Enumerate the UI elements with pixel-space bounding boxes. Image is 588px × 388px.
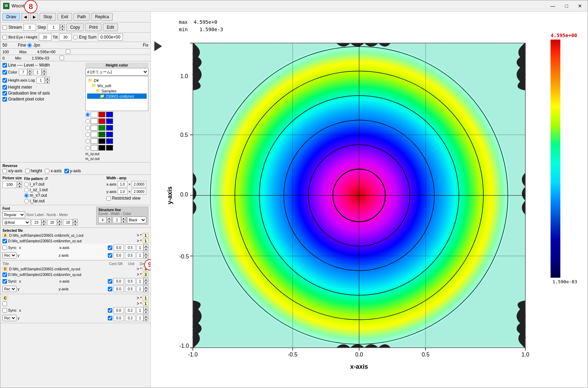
color-radio-3[interactable] [85,126,90,130]
sync1-x-checkbox[interactable] [108,245,112,250]
s2x-down[interactable]: ▼ [144,281,148,285]
swatch-white-5[interactable] [91,138,98,144]
gradient-pixel-checkbox[interactable] [2,97,7,102]
file-bimxy-checkbox[interactable] [2,272,7,277]
color-up[interactable]: ▲ [27,69,32,72]
bird-eye-checkbox[interactable] [2,35,7,40]
jpn-radio[interactable] [27,43,32,48]
height-meter-checkbox[interactable] [2,85,7,90]
s2y-up[interactable]: ▲ [144,285,148,289]
x-amp2-input[interactable] [132,181,146,187]
flabel-up[interactable]: ▲ [57,219,62,222]
swatch-black-5[interactable] [98,138,105,144]
c-gt-btn[interactable]: > [137,296,139,300]
sync3-y-range[interactable] [125,315,135,321]
swatch-white-1[interactable] [91,112,98,117]
line-checkbox[interactable] [2,63,7,68]
replica-button[interactable]: Replica [91,13,113,21]
sync2-x-spin[interactable] [136,278,144,284]
sync2-x-checkbox[interactable] [108,279,112,284]
file-a-asterisk[interactable]: * [140,233,142,237]
edit-button[interactable]: Edit [103,23,118,31]
file-bi-gt-btn[interactable]: > [137,266,139,271]
swatch-black-6[interactable] [98,145,105,151]
sync3-checkbox[interactable] [2,308,7,313]
sync1-x-range[interactable] [125,244,135,251]
tree-item-wssoft[interactable]: 📁Ws_soft [87,83,147,88]
sync1-y-spin[interactable] [136,252,144,258]
log-val-input[interactable] [36,77,45,83]
color-val2-input[interactable] [33,69,42,75]
min-fix-checkbox[interactable] [59,56,64,60]
rect2-select[interactable]: Rect [2,286,16,292]
stream-checkbox[interactable] [2,25,7,30]
slevel-down[interactable]: ▼ [107,220,112,223]
fnumb-down[interactable]: ▼ [73,222,78,226]
sync2-y-range[interactable] [125,286,135,292]
sync1-x-spin[interactable] [136,244,144,251]
y-amp2-input[interactable] [132,188,146,195]
sync1-checkbox[interactable] [2,245,7,250]
refresh-icon[interactable]: ↺ [44,176,48,181]
tree-item-samples[interactable]: 📁Samples [87,88,147,93]
x-amp1-input[interactable] [118,181,127,187]
height-rev-checkbox[interactable] [25,169,30,173]
s1y-up[interactable]: ▲ [144,252,148,255]
max-fix-checkbox[interactable] [66,49,70,54]
bird-height-input[interactable] [39,34,51,41]
rect3-select[interactable]: Rect [2,315,16,321]
swatch-red-1[interactable] [98,112,105,117]
rect1-select[interactable]: Rect [2,252,16,258]
font-style-select[interactable]: Regular [2,211,25,218]
swatch-dkgreen-4[interactable] [98,132,105,137]
color-down[interactable]: ▼ [27,72,32,76]
height-axis-log-checkbox[interactable] [2,78,7,83]
sync2-y-checkbox[interactable] [108,287,112,291]
sync1-y-checkbox[interactable] [108,253,112,258]
fp-radio-1[interactable] [24,182,29,187]
file-bi-asterisk[interactable]: * [140,267,142,271]
tree-item-230601[interactable]: 📁230601-cnt&mnt [87,93,147,99]
s3x-up[interactable]: ▲ [144,307,148,310]
swatch-blue-5[interactable] [106,138,113,144]
restricted-view-checkbox[interactable] [106,196,111,201]
sync3-x-val[interactable] [113,307,124,313]
s3x-down[interactable]: ▼ [144,310,148,314]
color-radio-4[interactable] [85,132,90,137]
fnumb-up[interactable]: ▲ [73,219,78,222]
xy-axis-checkbox[interactable] [2,169,7,173]
swatch-green-3[interactable] [98,125,105,131]
file-b-checkbox[interactable] [2,239,7,243]
swatch-white-4[interactable] [91,132,98,137]
nav-forward-button[interactable]: ▶ [30,13,38,21]
maximize-button[interactable]: □ [562,2,571,9]
swatch-blue-2[interactable] [106,118,113,124]
step-value-input[interactable] [47,24,60,31]
fp-radio-4[interactable] [24,199,29,203]
y-axis-rev-checkbox[interactable] [64,169,69,173]
tilt-value-input[interactable] [59,34,72,41]
sync2-checkbox[interactable] [2,279,7,284]
color-val1-input[interactable] [19,69,27,75]
nav-back-button[interactable]: ◀ [21,13,29,21]
minimize-button[interactable]: — [548,2,558,9]
copy-button[interactable]: Copy [66,23,84,31]
file-bimxy-gt-btn[interactable]: > [137,272,139,277]
s1x-up[interactable]: ▲ [144,244,148,248]
fp-radio-2[interactable] [24,188,29,192]
empty-checkbox[interactable] [2,302,7,306]
flabel-down[interactable]: ▼ [57,222,62,226]
s2y-down[interactable]: ▼ [144,289,148,292]
sync3-x-checkbox[interactable] [108,308,112,313]
print-button[interactable]: Print [85,23,102,31]
sync2-x-range[interactable] [125,278,135,284]
close-button[interactable]: ✕ [575,2,585,9]
color-radio-2[interactable] [85,119,90,124]
play-button[interactable] [154,41,162,51]
fsize-down[interactable]: ▼ [41,222,46,226]
c-asterisk[interactable]: * [140,296,142,300]
file-a-gt-btn[interactable]: > [137,233,139,238]
s3y-down[interactable]: ▼ [144,318,148,321]
sync3-y-checkbox[interactable] [108,316,112,320]
font-face-select[interactable]: @Arial [2,219,30,226]
